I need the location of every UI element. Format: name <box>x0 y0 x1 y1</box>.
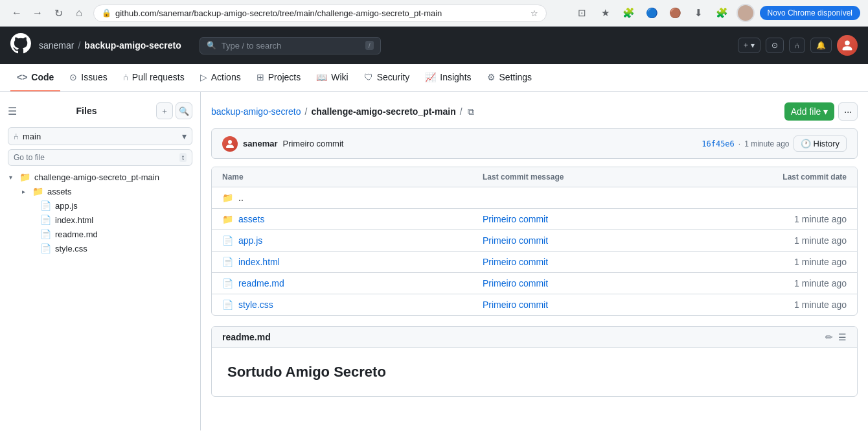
projects-tab-icon: ⊞ <box>257 72 264 82</box>
star-icon[interactable]: ☆ <box>531 8 538 18</box>
insights-tab-icon: 📈 <box>425 72 436 82</box>
tree-item-assets[interactable]: ▸ 📁 assets <box>0 184 200 198</box>
tab-insights[interactable]: 📈 Insights <box>418 64 477 91</box>
extension1-button[interactable]: 🧩 <box>620 4 638 22</box>
branch-selector[interactable]: ⑃ main ▾ <box>8 127 192 145</box>
readme-actions: ✏ ☰ <box>825 332 847 342</box>
commit-author-name[interactable]: sanemar <box>243 139 277 148</box>
back-button[interactable]: ← <box>8 4 26 22</box>
tab-wiki[interactable]: 📖 Wiki <box>310 64 354 91</box>
tab-settings-label: Settings <box>499 72 532 82</box>
address-bar[interactable]: 🔒 github.com/sanemar/backup-amigo-secret… <box>93 5 547 22</box>
header-username[interactable]: sanemar <box>39 40 74 51</box>
forward-button[interactable]: → <box>29 4 47 22</box>
parent-dir-link[interactable]: .. <box>238 193 244 203</box>
tree-stylecss-label: style.css <box>55 244 87 253</box>
parent-folder-icon: 📁 <box>222 193 233 203</box>
create-button[interactable]: + ▾ <box>738 38 760 53</box>
indexhtml-commit-link[interactable]: Primeiro commit <box>483 257 743 267</box>
file-row-appjs[interactable]: 📄 app.js Primeiro commit 1 minute ago <box>212 230 857 252</box>
stylecss-file-link[interactable]: style.css <box>238 300 273 310</box>
appjs-commit-link[interactable]: Primeiro commit <box>483 235 743 246</box>
tree-item-root-folder[interactable]: ▾ 📁 challenge-amigo-secreto_pt-main <box>0 170 200 184</box>
search-box[interactable]: 🔍 Type / to search / <box>200 37 381 54</box>
file-row-assets[interactable]: 📁 assets Primeiro commit 1 minute ago <box>212 209 857 230</box>
file-row-readmemd[interactable]: 📄 readme.md Primeiro commit 1 minute ago <box>212 273 857 294</box>
add-file-sidebar-button[interactable]: + <box>156 102 173 119</box>
tree-assets-label: assets <box>47 187 72 196</box>
more-options-button[interactable]: ··· <box>838 102 858 121</box>
edit-readme-button[interactable]: ✏ <box>825 332 833 342</box>
extension4-button[interactable]: ⬇ <box>690 4 708 22</box>
tab-code-label: Code <box>31 72 54 82</box>
tab-issues[interactable]: ⊙ Issues <box>63 64 113 91</box>
history-button[interactable]: 🕐 History <box>794 135 847 152</box>
reload-button[interactable]: ↻ <box>49 4 67 22</box>
readmemd-row-file-icon: 📄 <box>222 278 233 288</box>
file-row-parent[interactable]: 📁 .. <box>212 187 857 209</box>
assets-commit-link[interactable]: Primeiro commit <box>483 214 743 224</box>
home-button[interactable]: ⌂ <box>70 4 88 22</box>
col-commit-header: Last commit message <box>483 172 743 182</box>
breadcrumb-repo-link[interactable]: backup-amigo-secreto <box>211 106 301 117</box>
tree-item-appjs[interactable]: 📄 app.js <box>0 198 200 213</box>
readmemd-commit-link[interactable]: Primeiro commit <box>483 278 743 288</box>
tab-projects[interactable]: ⊞ Projects <box>250 64 308 91</box>
branch-icon: ⑃ <box>14 132 19 141</box>
assets-folder-link[interactable]: assets <box>238 214 264 224</box>
file-row-stylecss[interactable]: 📄 style.css Primeiro commit 1 minute ago <box>212 294 857 315</box>
tree-item-indexhtml[interactable]: 📄 index.html <box>0 213 200 227</box>
new-chrome-button[interactable]: Novo Chrome disponível <box>760 6 860 20</box>
tree-spacer-readmemd <box>26 229 36 239</box>
tree-spacer-appjs <box>26 200 36 211</box>
tree-toggle-assets: ▸ <box>18 186 29 196</box>
list-readme-button[interactable]: ☰ <box>838 332 847 342</box>
commit-author-avatar <box>222 136 238 152</box>
stylecss-commit-link[interactable]: Primeiro commit <box>483 300 743 310</box>
github-logo[interactable] <box>10 33 31 58</box>
commit-hash[interactable]: 16f45e6 <box>702 139 735 148</box>
user-avatar[interactable] <box>737 4 755 22</box>
tab-actions[interactable]: ▷ Actions <box>194 64 247 91</box>
tree-spacer-indexhtml <box>26 215 36 225</box>
appjs-file-link[interactable]: app.js <box>238 235 262 246</box>
go-to-file-box[interactable]: Go to file t <box>8 149 192 166</box>
pr-icon: ⑃ <box>795 41 799 50</box>
user-profile-avatar[interactable] <box>837 35 858 56</box>
cast-button[interactable]: ⊡ <box>573 4 591 22</box>
tab-settings[interactable]: ⚙ Settings <box>481 64 539 91</box>
issues-button[interactable]: ⊙ <box>766 38 784 53</box>
bell-icon: 🔔 <box>816 41 826 50</box>
file-name-cell-appjs: 📄 app.js <box>222 235 483 246</box>
search-sidebar-button[interactable]: 🔍 <box>176 102 192 119</box>
add-file-button[interactable]: Add file ▾ <box>784 102 835 121</box>
tab-security[interactable]: 🛡 Security <box>358 64 417 91</box>
extension3-button[interactable]: 🟤 <box>667 4 685 22</box>
extension2-button[interactable]: 🔵 <box>643 4 661 22</box>
indexhtml-file-link[interactable]: index.html <box>238 257 280 267</box>
copy-path-button[interactable]: ⧉ <box>466 105 475 119</box>
readmemd-file-link[interactable]: readme.md <box>238 278 284 288</box>
header-repo-name[interactable]: backup-amigo-secreto <box>84 40 181 51</box>
tab-code[interactable]: <> Code <box>10 64 60 91</box>
tree-item-readmemd[interactable]: 📄 readme.md <box>0 227 200 241</box>
browser-action-buttons: ⊡ ★ 🧩 🔵 🟤 ⬇ 🧩 Novo Chrome disponível <box>573 4 860 22</box>
notifications-button[interactable]: 🔔 <box>810 38 832 53</box>
pull-requests-header-button[interactable]: ⑃ <box>789 38 805 53</box>
sidebar: ☰ Files + 🔍 ⑃ main ▾ Go to file t ▾ 📁 ch… <box>0 92 201 430</box>
tree-toggle-root: ▾ <box>5 172 16 182</box>
sidebar-controls: + 🔍 <box>156 102 192 119</box>
file-row-indexhtml[interactable]: 📄 index.html Primeiro commit 1 minute ag… <box>212 252 857 273</box>
search-key: / <box>365 41 374 50</box>
commit-message-text[interactable]: Primeiro commit <box>282 139 343 148</box>
github-search[interactable]: 🔍 Type / to search / <box>200 37 381 54</box>
bookmark-button[interactable]: ★ <box>597 4 615 22</box>
indexhtml-commit-date: 1 minute ago <box>743 257 847 267</box>
extensions-button[interactable]: 🧩 <box>713 4 731 22</box>
tree-item-stylecss[interactable]: 📄 style.css <box>0 241 200 255</box>
tab-wiki-label: Wiki <box>331 72 348 82</box>
go-to-file-container[interactable]: Go to file t <box>8 149 192 166</box>
wiki-tab-icon: 📖 <box>316 72 327 82</box>
assets-row-folder-icon: 📁 <box>222 214 233 224</box>
tab-pull-requests[interactable]: ⑃ Pull requests <box>117 64 191 91</box>
